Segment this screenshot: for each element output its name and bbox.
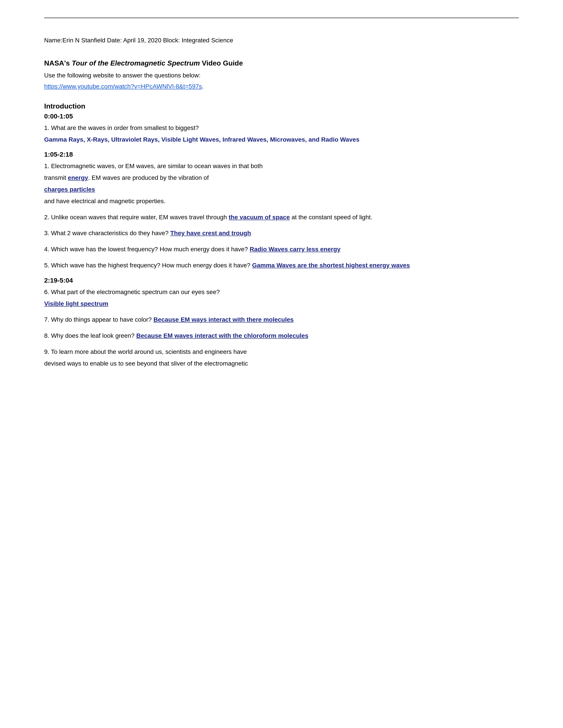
q9-text: 8. Why does the leaf look green? xyxy=(44,332,136,339)
name-date-block: Name:Erin N Stanfield Date: April 19, 20… xyxy=(44,37,233,44)
main-title: NASA's Tour of the Electromagnetic Spect… xyxy=(44,58,519,68)
a2-charges: charges particles xyxy=(44,186,95,193)
q3-end: at the constant speed of light. xyxy=(290,214,373,221)
q4-line: 3. What 2 wave characteristics do they h… xyxy=(44,228,519,238)
time-heading-2: 1:05-2:18 xyxy=(44,151,519,158)
q6-text: 5. Which wave has the highest frequency?… xyxy=(44,262,252,269)
a7-line: Visible light spectrum xyxy=(44,299,519,309)
q4-text: 3. What 2 wave characteristics do they h… xyxy=(44,230,170,236)
question-5-block: 4. Which wave has the lowest frequency? … xyxy=(44,244,519,254)
q9-line: 8. Why does the leaf look green? Because… xyxy=(44,331,519,341)
a1-answer: Gamma Rays, X-Rays, Ultraviolet Rays, Vi… xyxy=(44,136,360,143)
q2-transmit-label: transmit xyxy=(44,174,68,181)
a4-crest: They have crest and trough xyxy=(170,230,251,236)
a3-vacuum: the vacuum of space xyxy=(229,214,290,221)
q6-line: 5. Which wave has the highest frequency?… xyxy=(44,261,519,270)
top-divider xyxy=(44,18,519,18)
a7-visible: Visible light spectrum xyxy=(44,300,108,307)
q3-line: 2. Unlike ocean waves that require water… xyxy=(44,212,519,222)
link-line: https://www.youtube.com/watch?v=HPcAWNlV… xyxy=(44,82,519,91)
time-heading-1: 0:00-1:05 xyxy=(44,113,519,120)
header-info: Name:Erin N Stanfield Date: April 19, 20… xyxy=(44,36,519,45)
instruction-text: Use the following website to answer the … xyxy=(44,71,519,80)
a8-em-ways: Because EM ways interact with there mole… xyxy=(153,316,294,323)
time-heading-3: 2:19-5:04 xyxy=(44,277,519,284)
q3-text: 2. Unlike ocean waves that require water… xyxy=(44,214,229,221)
a6-gamma: Gamma Waves are the shortest highest ene… xyxy=(252,262,410,269)
question-1-block: 1. What are the waves in order from smal… xyxy=(44,123,519,145)
question-4-block: 3. What 2 wave characteristics do they h… xyxy=(44,228,519,238)
question-6-block: 5. Which wave has the highest frequency?… xyxy=(44,261,519,270)
youtube-link[interactable]: https://www.youtube.com/watch?v=HPcAWNlV… xyxy=(44,83,202,90)
question-2-block: 1. Electromagnetic waves, or EM waves, a… xyxy=(44,161,519,206)
a1-text: Gamma Rays, X-Rays, Ultraviolet Rays, Vi… xyxy=(44,135,519,145)
q10-part2: devised ways to enable us to see beyond … xyxy=(44,359,519,369)
q5-text: 4. Which wave has the lowest frequency? … xyxy=(44,246,250,253)
introduction-heading: Introduction xyxy=(44,102,519,110)
q2-part3: . EM waves are produced by the vibration… xyxy=(88,174,209,181)
q1-text: 1. What are the waves in order from smal… xyxy=(44,123,519,133)
a5-radio: Radio Waves carry less energy xyxy=(250,246,341,253)
title-part2: Video Guide xyxy=(200,59,243,67)
q8-line: 7. Why do things appear to have color? B… xyxy=(44,315,519,325)
title-part1: NASA's xyxy=(44,59,72,67)
title-section: NASA's Tour of the Electromagnetic Spect… xyxy=(44,58,519,91)
a2-charges-line: charges particles xyxy=(44,185,519,195)
q2-part4-line: and have electrical and magnetic propert… xyxy=(44,196,519,206)
a9-chloroform: Because EM waves interact with the chlor… xyxy=(136,332,309,339)
a2-energy: energy xyxy=(68,174,88,181)
q10-part1: 9. To learn more about the world around … xyxy=(44,347,519,357)
q2-part1-text: 1. Electromagnetic waves, or EM waves, a… xyxy=(44,161,519,171)
question-10-block: 9. To learn more about the world around … xyxy=(44,347,519,369)
question-3-block: 2. Unlike ocean waves that require water… xyxy=(44,212,519,222)
q2-part2-line: transmit energy. EM waves are produced b… xyxy=(44,173,519,183)
question-9-block: 8. Why does the leaf look green? Because… xyxy=(44,331,519,341)
question-8-block: 7. Why do things appear to have color? B… xyxy=(44,315,519,325)
q8-text: 7. Why do things appear to have color? xyxy=(44,316,153,323)
title-italic: Tour of the Electromagnetic Spectrum xyxy=(72,59,200,67)
q5-line: 4. Which wave has the lowest frequency? … xyxy=(44,244,519,254)
q7-text: 6. What part of the electromagnetic spec… xyxy=(44,287,519,297)
link-period: . xyxy=(202,83,204,90)
question-7-block: 6. What part of the electromagnetic spec… xyxy=(44,287,519,309)
